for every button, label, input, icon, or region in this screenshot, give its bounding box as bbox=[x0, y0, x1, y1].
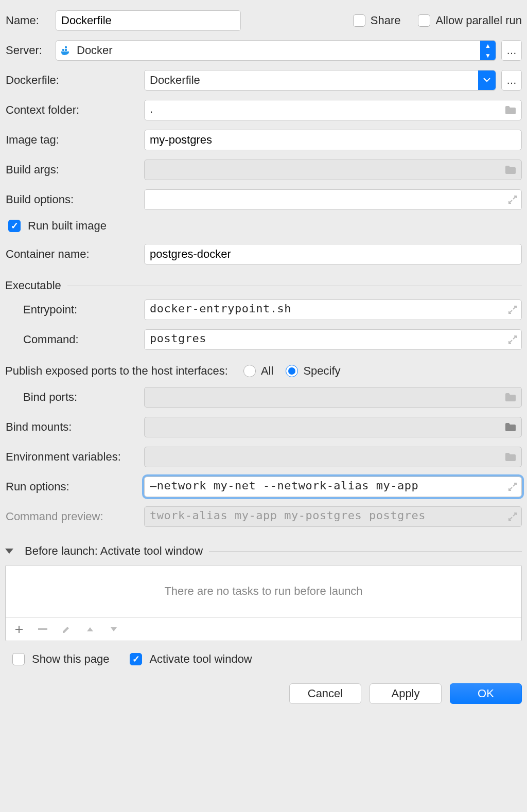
folder-icon[interactable] bbox=[505, 165, 516, 174]
svg-rect-2 bbox=[65, 46, 67, 48]
move-down-button[interactable] bbox=[108, 623, 120, 636]
allow-parallel-run-checkbox[interactable] bbox=[418, 14, 430, 27]
dockerfile-label: Dockerfile: bbox=[5, 74, 144, 87]
remove-task-button[interactable] bbox=[37, 623, 49, 636]
command-input[interactable]: postgres bbox=[144, 329, 522, 350]
disclosure-triangle-icon[interactable] bbox=[5, 549, 13, 554]
server-value: Docker bbox=[77, 44, 113, 57]
share-checkbox[interactable] bbox=[353, 14, 365, 27]
separator bbox=[209, 551, 522, 552]
separator bbox=[67, 286, 522, 286]
chevron-down-icon bbox=[478, 70, 496, 90]
expand-icon[interactable] bbox=[508, 195, 517, 204]
dockerfile-browse-button[interactable]: … bbox=[501, 70, 522, 91]
dockerfile-select[interactable]: Dockerfile bbox=[144, 70, 496, 91]
context-folder-input[interactable]: . bbox=[144, 100, 522, 120]
folder-icon[interactable] bbox=[505, 393, 516, 402]
folder-icon[interactable] bbox=[505, 452, 516, 462]
expand-icon[interactable] bbox=[508, 305, 517, 314]
build-options-input[interactable] bbox=[144, 189, 522, 210]
folder-icon[interactable] bbox=[505, 422, 516, 432]
activate-tool-window-label: Activate tool window bbox=[149, 652, 252, 666]
chevron-up-icon: ▲ bbox=[480, 41, 496, 50]
run-built-image-label: Run built image bbox=[28, 219, 107, 233]
entrypoint-value: docker-entrypoint.sh bbox=[150, 302, 291, 315]
ok-button[interactable]: OK bbox=[450, 683, 522, 704]
command-preview-field: twork-alias my-app my-postgres postgres bbox=[144, 506, 522, 527]
entrypoint-label: Entrypoint: bbox=[5, 303, 144, 316]
bind-mounts-label: Bind mounts: bbox=[5, 420, 144, 434]
before-launch-label: Before launch: Activate tool window bbox=[25, 544, 203, 558]
ellipsis-icon: … bbox=[506, 45, 517, 57]
svg-rect-1 bbox=[65, 49, 67, 51]
before-launch-toolbar bbox=[6, 617, 521, 641]
dockerfile-value: Dockerfile bbox=[150, 74, 200, 87]
build-options-label: Build options: bbox=[5, 193, 144, 206]
publish-specify-label: Specify bbox=[303, 364, 340, 378]
cancel-button[interactable]: Cancel bbox=[289, 683, 361, 704]
docker-run-configuration-dialog: Name: Share Allow parallel run Server: D… bbox=[0, 0, 527, 710]
before-launch-empty-text: There are no tasks to run before launch bbox=[6, 566, 521, 617]
allow-parallel-run-label: Allow parallel run bbox=[435, 14, 522, 27]
apply-button[interactable]: Apply bbox=[370, 683, 442, 704]
container-name-input[interactable] bbox=[144, 244, 522, 264]
entrypoint-input[interactable]: docker-entrypoint.sh bbox=[144, 299, 522, 320]
command-value: postgres bbox=[150, 332, 206, 345]
command-preview-label: Command preview: bbox=[5, 510, 144, 523]
env-vars-input[interactable] bbox=[144, 447, 522, 467]
run-options-value: –network my-net --network-alias my-app bbox=[150, 479, 418, 492]
env-vars-label: Environment variables: bbox=[5, 450, 144, 464]
expand-icon[interactable] bbox=[508, 512, 517, 521]
run-options-label: Run options: bbox=[5, 480, 144, 493]
chevron-down-icon: ▼ bbox=[480, 50, 496, 60]
move-up-button[interactable] bbox=[84, 623, 96, 636]
svg-rect-3 bbox=[38, 628, 47, 630]
publish-all-radio[interactable] bbox=[243, 365, 256, 377]
command-preview-value: twork-alias my-app my-postgres postgres bbox=[150, 509, 426, 522]
image-tag-label: Image tag: bbox=[5, 133, 144, 147]
add-task-button[interactable] bbox=[13, 623, 25, 636]
edit-task-button[interactable] bbox=[60, 623, 73, 636]
name-label: Name: bbox=[5, 14, 56, 27]
server-label: Server: bbox=[5, 44, 56, 57]
server-combo[interactable]: Docker ▲ ▼ bbox=[56, 40, 496, 61]
container-name-label: Container name: bbox=[5, 248, 144, 261]
server-stepper[interactable]: ▲ ▼ bbox=[480, 41, 496, 60]
folder-icon[interactable] bbox=[505, 105, 516, 115]
context-folder-label: Context folder: bbox=[5, 103, 144, 117]
publish-specify-radio[interactable] bbox=[286, 365, 298, 377]
context-folder-value: . bbox=[150, 102, 153, 115]
build-args-input[interactable] bbox=[144, 160, 522, 180]
command-label: Command: bbox=[5, 333, 144, 346]
executable-section-label: Executable bbox=[5, 279, 61, 292]
bind-ports-input[interactable] bbox=[144, 387, 522, 408]
bind-ports-label: Bind ports: bbox=[5, 391, 144, 404]
docker-icon bbox=[61, 46, 73, 55]
bind-mounts-input[interactable] bbox=[144, 417, 522, 437]
publish-ports-label: Publish exposed ports to the host interf… bbox=[5, 364, 228, 378]
image-tag-input[interactable] bbox=[144, 130, 522, 150]
ellipsis-icon: … bbox=[506, 75, 517, 86]
activate-tool-window-checkbox[interactable] bbox=[130, 653, 142, 665]
show-this-page-label: Show this page bbox=[32, 652, 109, 666]
share-label: Share bbox=[371, 14, 401, 27]
publish-all-label: All bbox=[261, 364, 273, 378]
svg-rect-0 bbox=[62, 49, 64, 51]
run-options-input[interactable]: –network my-net --network-alias my-app bbox=[144, 476, 522, 497]
server-settings-button[interactable]: … bbox=[501, 40, 522, 61]
name-input[interactable] bbox=[56, 10, 241, 31]
expand-icon[interactable] bbox=[508, 335, 517, 344]
build-args-label: Build args: bbox=[5, 163, 144, 176]
show-this-page-checkbox[interactable] bbox=[12, 653, 25, 665]
expand-icon[interactable] bbox=[508, 482, 517, 491]
before-launch-tasks-box: There are no tasks to run before launch bbox=[5, 565, 522, 641]
run-built-image-checkbox[interactable] bbox=[8, 220, 21, 232]
